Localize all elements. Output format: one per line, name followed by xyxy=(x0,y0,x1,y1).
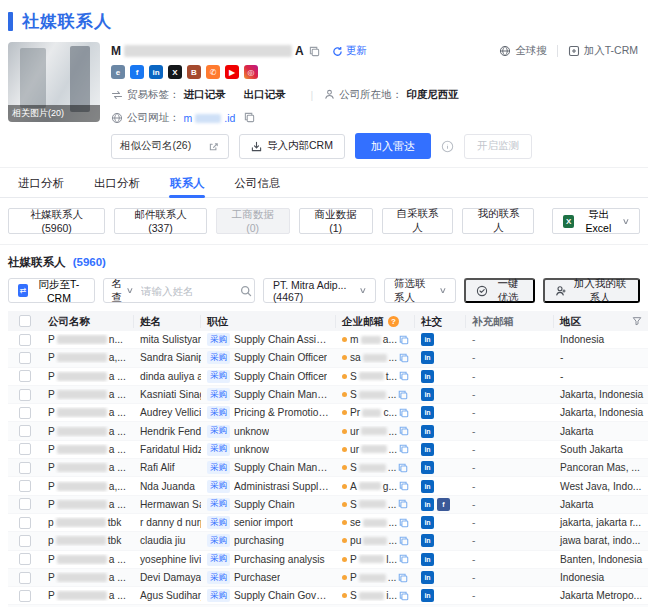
tab-import-analysis[interactable]: 进口分析 xyxy=(18,168,64,198)
similar-companies-button[interactable]: 相似公司名(26) xyxy=(111,134,229,159)
copy-email-icon[interactable] xyxy=(398,573,408,583)
row-checkbox[interactable] xyxy=(19,480,31,492)
table-row[interactable]: ptbk claudia jiu 采购 purchasing pu... in … xyxy=(8,532,648,550)
table-row[interactable]: Pa ... Hendrik Fendi 采购 unknow ur... in … xyxy=(8,422,648,440)
filter-icon[interactable] xyxy=(632,316,642,326)
linkedin-icon[interactable]: in xyxy=(421,351,434,364)
row-checkbox[interactable] xyxy=(19,535,31,547)
enable-monitor-button[interactable]: 开启监测 xyxy=(464,134,532,159)
import-crm-button[interactable]: 导入内部CRM xyxy=(239,134,345,159)
company-photo[interactable]: 相关图片(20) xyxy=(8,42,100,122)
select-all-checkbox[interactable] xyxy=(19,315,31,327)
linkedin-icon[interactable]: in xyxy=(421,461,434,474)
linkedin-icon[interactable]: in xyxy=(421,571,434,584)
copy-email-icon[interactable] xyxy=(399,554,409,564)
row-checkbox[interactable] xyxy=(19,590,31,602)
linkedin-icon[interactable]: in xyxy=(421,370,434,383)
chip-social-contacts[interactable]: 社媒联系人(5960) xyxy=(8,208,105,234)
row-checkbox[interactable] xyxy=(19,443,31,455)
blogger-icon[interactable]: B xyxy=(187,65,201,79)
row-checkbox[interactable] xyxy=(19,572,31,584)
linkedin-icon[interactable]: in xyxy=(421,516,434,529)
table-row[interactable]: Pa ... Kasniati Sinaga 采购 Supply Chain M… xyxy=(8,386,648,404)
copy-email-icon[interactable] xyxy=(398,390,408,400)
linkedin-icon[interactable]: in xyxy=(421,553,434,566)
table-row[interactable]: Pa ... Rafi Alif 采购 Supply Chain Managem… xyxy=(8,459,648,477)
website-icon[interactable]: e xyxy=(111,65,125,79)
chip-my-contacts[interactable]: 我的联系人 xyxy=(462,208,534,234)
tab-export-analysis[interactable]: 出口分析 xyxy=(94,168,140,198)
copy-email-icon[interactable] xyxy=(399,518,409,528)
table-row[interactable]: Pa ... Agus Sudiharjo 采购 Supply Chain Go… xyxy=(8,587,648,605)
info-icon[interactable] xyxy=(441,140,454,153)
tab-contacts[interactable]: 联系人 xyxy=(170,168,205,198)
table-row[interactable]: ptbk r danny d nurpat... 采购 senior impor… xyxy=(8,514,648,532)
global-search-link[interactable]: 全球搜 xyxy=(499,44,547,58)
copy-email-icon[interactable] xyxy=(399,591,409,601)
filter-contacts-select[interactable]: 筛选联系人 ∨ xyxy=(384,278,456,303)
related-images-label[interactable]: 相关图片(20) xyxy=(8,105,100,122)
table-row[interactable]: Pa ... Audrey Vellicia 采购 Pricing & Prom… xyxy=(8,404,648,422)
row-checkbox[interactable] xyxy=(19,370,31,382)
linkedin-icon[interactable]: in xyxy=(421,534,434,547)
export-records-tag[interactable]: 出口记录 xyxy=(244,88,286,102)
linkedin-icon[interactable]: in xyxy=(149,65,163,79)
table-row[interactable]: Pa ... Faridatul Hidzroh 采购 unknow ur...… xyxy=(8,441,648,459)
copy-email-icon[interactable] xyxy=(399,335,409,345)
row-checkbox[interactable] xyxy=(19,517,31,529)
row-checkbox[interactable] xyxy=(19,389,31,401)
copy-icon[interactable] xyxy=(309,46,320,57)
name-search-input[interactable] xyxy=(141,279,233,302)
linkedin-icon[interactable]: in xyxy=(421,388,434,401)
sync-tcrm-button[interactable]: ⇄ 同步至T-CRM xyxy=(8,278,95,303)
linkedin-icon[interactable]: in xyxy=(421,425,434,438)
search-field-select[interactable]: 姓名查询 ∨ xyxy=(104,279,141,302)
table-row[interactable]: Pa ... dinda auliya adha 采购 Supply Chain… xyxy=(8,368,648,386)
join-radar-button[interactable]: 加入雷达 xyxy=(355,133,431,159)
import-records-tag[interactable]: 进口记录 xyxy=(184,88,226,102)
youtube-icon[interactable]: ▶ xyxy=(225,65,239,79)
copy-email-icon[interactable] xyxy=(399,353,409,363)
linkedin-icon[interactable]: in xyxy=(421,406,434,419)
tab-company-info[interactable]: 公司信息 xyxy=(235,168,281,198)
copy-email-icon[interactable] xyxy=(399,481,409,491)
x-icon[interactable]: X xyxy=(168,65,182,79)
export-excel-button[interactable]: X 导出 Excel ∨ xyxy=(552,208,640,234)
linkedin-icon[interactable]: in xyxy=(421,480,434,493)
copy-email-icon[interactable] xyxy=(399,426,409,436)
help-icon[interactable]: ? xyxy=(388,316,399,327)
facebook-icon[interactable]: f xyxy=(130,65,144,79)
table-row[interactable]: Pa ... Hermawan Sapu... 采购 Supply Chain … xyxy=(8,496,648,514)
copy-website-icon[interactable] xyxy=(244,112,255,123)
facebook-icon[interactable]: f xyxy=(437,498,450,511)
chip-email-contacts[interactable]: 邮件联系人(337) xyxy=(114,208,206,234)
table-row[interactable]: Pa ... yosephine liviane 采购 Purchasing a… xyxy=(8,551,648,569)
chip-business-registry[interactable]: 工商数据(0) xyxy=(216,208,290,234)
linkedin-icon[interactable]: in xyxy=(421,589,434,602)
table-row[interactable]: Pa,... Nda Juanda 采购 Administrasi Supply… xyxy=(8,477,648,495)
chip-commercial-data[interactable]: 商业数据(1) xyxy=(299,208,373,234)
table-row[interactable]: Pn... mita Sulistyandari 采购 Supply Chain… xyxy=(8,331,648,349)
row-checkbox[interactable] xyxy=(19,352,31,364)
linkedin-icon[interactable]: in xyxy=(421,498,434,511)
chip-self-collected[interactable]: 自采联系人 xyxy=(382,208,454,234)
linkedin-icon[interactable]: in xyxy=(421,443,434,456)
copy-email-icon[interactable] xyxy=(399,371,409,381)
join-tcrm-link[interactable]: 加入T-CRM xyxy=(568,44,638,58)
row-checkbox[interactable] xyxy=(19,407,31,419)
row-checkbox[interactable] xyxy=(19,462,31,474)
company-select[interactable]: PT. Mitra Adip...(4467) ∨ xyxy=(263,278,376,303)
copy-email-icon[interactable] xyxy=(398,499,408,509)
company-website-link[interactable]: m.id xyxy=(184,112,236,124)
row-checkbox[interactable] xyxy=(19,553,31,565)
row-checkbox[interactable] xyxy=(19,425,31,437)
copy-email-icon[interactable] xyxy=(399,536,409,546)
refresh-button[interactable]: 更新 xyxy=(332,44,367,58)
one-click-select-button[interactable]: 一键优选 xyxy=(464,278,535,303)
table-row[interactable]: Pa,... Sandra Sianipar 采购 Supply Chain O… xyxy=(8,349,648,367)
copy-email-icon[interactable] xyxy=(399,444,409,454)
instagram-icon[interactable]: ◎ xyxy=(244,65,258,79)
copy-email-icon[interactable] xyxy=(399,408,409,418)
copy-email-icon[interactable] xyxy=(398,463,408,473)
add-to-my-contacts-button[interactable]: 加入我的联系人 xyxy=(543,278,640,303)
